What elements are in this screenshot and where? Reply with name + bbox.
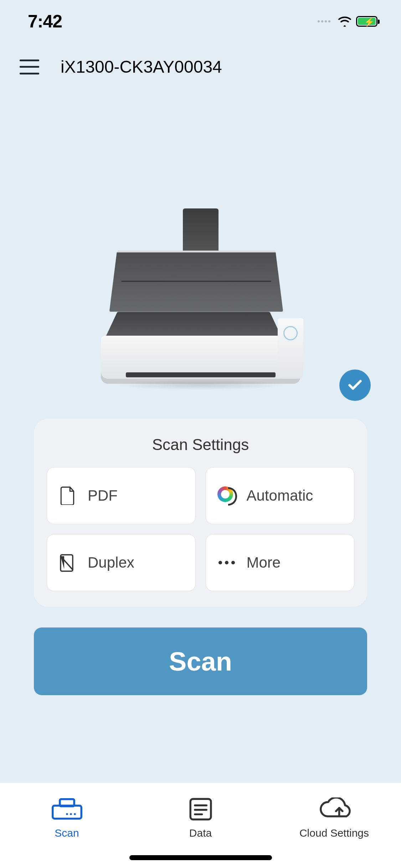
color-wheel-icon <box>217 486 236 505</box>
tab-bar: Scan Data Cloud Settings <box>0 782 401 868</box>
svg-point-2 <box>74 813 76 815</box>
duplex-icon <box>58 553 77 572</box>
connection-status-badge <box>339 370 371 401</box>
status-indicators: ⚡ <box>318 16 380 27</box>
setting-more[interactable]: More <box>206 534 355 591</box>
cellular-dots-icon <box>318 20 330 22</box>
scanner-image <box>101 208 300 394</box>
more-icon <box>217 553 236 572</box>
tab-label: Data <box>189 827 212 839</box>
check-icon <box>347 377 363 393</box>
setting-file-format[interactable]: PDF <box>47 467 196 524</box>
setting-label: Duplex <box>88 554 134 571</box>
setting-sides[interactable]: Duplex <box>47 534 196 591</box>
scan-button-label: Scan <box>169 646 232 677</box>
svg-point-4 <box>66 813 68 815</box>
app-header: iX1300-CK3AY00034 <box>0 43 401 87</box>
setting-label: More <box>247 554 281 571</box>
setting-label: PDF <box>88 487 118 504</box>
scanner-tab-icon <box>51 796 83 822</box>
svg-rect-0 <box>52 806 81 819</box>
scan-settings-title: Scan Settings <box>47 436 354 454</box>
setting-label: Automatic <box>247 487 313 504</box>
menu-icon[interactable] <box>20 60 39 74</box>
scan-settings-panel: Scan Settings PDF Automatic <box>34 419 367 607</box>
home-indicator[interactable] <box>129 855 272 860</box>
device-name: iX1300-CK3AY00034 <box>61 57 222 77</box>
scanner-illustration-area <box>34 87 367 415</box>
document-icon <box>58 486 77 505</box>
svg-point-3 <box>70 813 72 815</box>
status-time: 7:42 <box>28 11 62 32</box>
tab-label: Scan <box>55 827 79 839</box>
wifi-icon <box>338 16 352 27</box>
tab-scan[interactable]: Scan <box>0 783 134 868</box>
scan-button[interactable]: Scan <box>34 627 367 695</box>
tab-label: Cloud Settings <box>299 827 369 839</box>
setting-color-mode[interactable]: Automatic <box>206 467 355 524</box>
tab-cloud-settings[interactable]: Cloud Settings <box>267 783 401 868</box>
status-bar: 7:42 ⚡ <box>0 0 401 43</box>
scan-settings-grid: PDF Automatic Duplex <box>47 467 354 591</box>
data-tab-icon <box>188 796 214 822</box>
main-content: Scan Settings PDF Automatic <box>0 87 401 782</box>
battery-charging-icon: ⚡ <box>356 16 380 27</box>
cloud-settings-tab-icon <box>317 796 352 822</box>
